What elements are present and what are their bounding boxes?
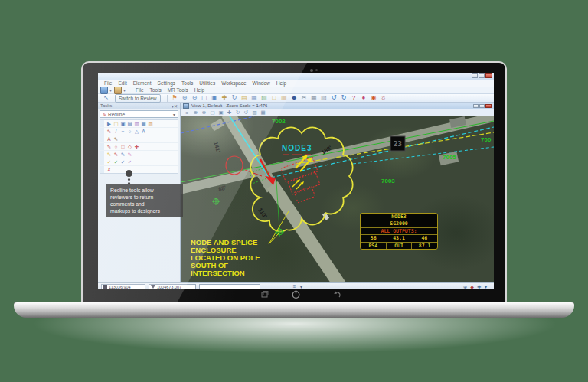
menu-item[interactable]: Utilities [196,80,218,86]
fit-view-icon[interactable]: ▣ [210,94,220,102]
panel-pin-icon[interactable]: ▾✕ [172,103,178,109]
window-area-icon[interactable]: ▢ [200,94,210,102]
submenu-item[interactable]: Help [191,87,207,93]
view-fit-icon[interactable]: ▣ [217,109,225,116]
save-file-icon[interactable]: ◆ [289,94,299,102]
rotate-view-icon[interactable]: ↻ [230,94,240,102]
zoom-in-icon[interactable]: ⊕ [180,94,190,102]
view-rotate-icon[interactable]: ↻ [234,109,242,116]
view-tab-label[interactable]: View 1, Default - Zoom Scale = 1:476 [191,103,492,108]
new-file-icon[interactable]: □ [270,94,279,102]
highlighter-blue-icon[interactable]: ✎ [119,151,126,158]
approve-blue-icon[interactable]: ✓ [119,158,126,165]
menu-item[interactable]: File [101,80,115,86]
status-dropdown-icon[interactable]: ▾ [482,284,489,289]
pan-view-icon[interactable]: ✚ [220,94,230,102]
power-icon[interactable] [291,289,301,299]
status-caret-icon[interactable]: ▾ [298,284,305,289]
minimize-button[interactable] [472,73,478,78]
place-freehand-icon[interactable]: ✎ [106,128,113,135]
select-circle-icon[interactable]: ▥ [133,120,140,127]
locks-icon[interactable]: ✚ [475,284,482,289]
zoom-out-icon[interactable]: ⊖ [190,94,200,102]
view-attributes-icon[interactable]: ≡ [183,110,191,116]
select-block-icon[interactable]: ▣ [119,120,126,127]
cut-icon[interactable]: ✂ [299,94,309,102]
highlighter-yellow-icon[interactable]: ✎ [106,151,113,158]
menu-item[interactable]: Element [130,80,155,86]
redline-pen-icon[interactable]: ✎ [106,143,113,150]
place-text-icon[interactable]: A [140,128,147,135]
view-maximize-button[interactable] [479,104,485,108]
redline-ellipse-icon[interactable]: ○ [113,143,119,150]
settings-icon[interactable]: ☼ [379,94,389,102]
menu-item[interactable]: Help [273,80,289,86]
open-file-icon[interactable]: ▥ [279,94,289,102]
select-shape-icon[interactable]: ▤ [126,120,133,127]
copy-icon[interactable]: ▦ [309,94,319,102]
paste-icon[interactable]: ▧ [319,94,329,102]
snaps-icon[interactable]: ◆ [469,284,475,289]
windows-icon[interactable] [260,290,270,299]
tool-caret-icon[interactable]: ▾ [109,87,112,93]
view-pan-icon[interactable]: ✚ [225,109,234,116]
approve-purple-icon[interactable]: ✓ [126,158,133,165]
view-modes-icon[interactable]: ▦ [259,109,267,116]
view-zoom-in-icon[interactable]: ⊕ [191,109,200,116]
status-menu-icon[interactable]: ≡ [291,284,298,289]
globe-icon[interactable]: ● [359,94,369,102]
submenu-item[interactable]: MR Tools [165,87,191,93]
view-close-button[interactable] [485,104,492,108]
element-selection-icon[interactable]: ↖ [101,94,111,102]
view-copy-icon[interactable]: ▥ [250,109,259,116]
submenu-item[interactable]: File [132,87,146,93]
raster-manager-icon[interactable]: ▨ [260,94,270,102]
redline-cross-icon[interactable]: ✚ [133,143,140,150]
markers-tool-icon[interactable] [114,87,122,94]
highlighter-pink-icon[interactable]: ✎ [126,151,133,158]
coordinate-x-field[interactable]: 113036.904 [101,284,145,289]
references-icon[interactable]: ▦ [250,94,260,102]
coordinate-y-field[interactable]: 1004673.007 [149,284,196,289]
markers-caret-icon[interactable]: ▾ [123,87,126,93]
redline-diamond-icon[interactable]: ◇ [126,143,133,150]
camera-icon[interactable]: ◉ [369,94,379,102]
place-circle-icon[interactable]: ○ [126,128,133,135]
place-fence-icon[interactable]: ▢ [113,120,119,127]
undo-icon[interactable]: ↺ [329,94,339,102]
select-previous-icon[interactable]: ▧ [147,120,154,127]
menu-item[interactable]: Edit [115,80,129,86]
aux-coord-icon[interactable]: ⊕ [462,284,469,289]
edit-text-icon[interactable]: ✎ [113,135,119,142]
view-zoom-out-icon[interactable]: ⊖ [200,109,208,116]
models-icon[interactable]: ▤ [240,94,250,102]
select-element-icon[interactable]: ▶ [106,120,113,127]
view-minimize-button[interactable] [473,104,479,108]
active-tool-icon[interactable] [100,87,108,94]
help-icon[interactable]: ? [349,94,359,102]
menu-item[interactable]: Tools [178,80,196,86]
place-curve-icon[interactable]: ~ [119,128,126,135]
maximize-button[interactable] [479,73,485,78]
back-icon[interactable] [332,290,341,299]
select-all-icon[interactable]: ▦ [140,120,147,127]
submenu-item[interactable]: Tools [147,87,165,93]
close-button[interactable] [485,73,492,78]
approve-yellow-icon[interactable]: ✓ [106,158,113,165]
view-window-area-icon[interactable]: ▢ [208,109,217,116]
view-undo-icon[interactable]: ↺ [242,109,250,116]
place-triangle-icon[interactable]: △ [133,128,140,135]
review-flag-icon[interactable]: ⚑ [170,94,180,102]
redline-box-icon[interactable]: □ [119,143,126,150]
place-line-icon[interactable]: / [113,128,119,135]
redo-icon[interactable]: ↻ [339,94,349,102]
menu-item[interactable]: Window [250,80,273,86]
workflow-dropdown[interactable]: ✎ Redline ▾ [100,110,178,118]
menu-item[interactable]: Settings [155,80,179,86]
map-viewport[interactable]: 23 141' 188' 88' 110' NODE3 7002 700 700… [181,116,494,282]
reject-icon[interactable]: ✗ [106,166,113,173]
approve-green-icon[interactable]: ✓ [113,158,119,165]
menu-item[interactable]: Workspace [218,80,249,86]
text-tool-icon[interactable]: A [106,135,113,142]
highlighter-red-icon[interactable]: ✎ [113,151,119,158]
